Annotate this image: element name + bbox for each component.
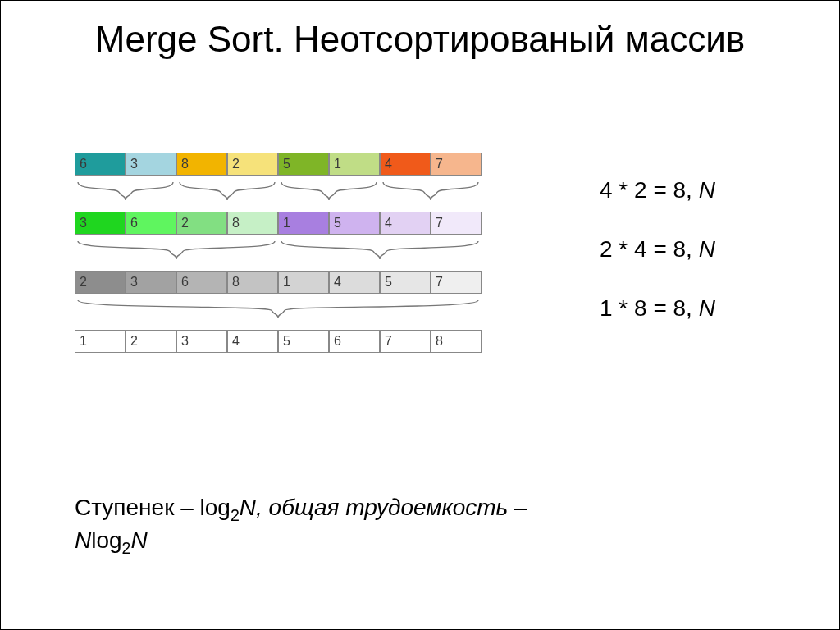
brace-row: 2 * 4 = 8, N — [75, 240, 764, 262]
complexity-text: Ступенек – log2N, общая трудоемкость – N… — [75, 493, 698, 559]
array-cell: 1 — [278, 212, 329, 235]
array-cell: 2 — [75, 271, 126, 294]
array-row-3: 12345678 — [75, 330, 764, 353]
brace-row: 1 * 8 = 8, N — [75, 299, 764, 322]
array-cell: 8 — [431, 330, 482, 353]
array-cell: 1 — [278, 271, 329, 294]
array-cell: 6 — [176, 271, 227, 294]
array-cell: 3 — [176, 330, 227, 353]
curly-brace-icon — [176, 180, 278, 203]
array-cell: 1 — [75, 330, 126, 353]
curly-brace-icon — [380, 180, 482, 203]
merge-sort-diagram: 638251474 * 2 = 8, N362815472 * 4 = 8, N… — [75, 153, 764, 358]
array-cell: 4 — [380, 212, 431, 235]
array-row-1: 36281547 — [75, 212, 764, 235]
array-cell: 6 — [329, 330, 380, 353]
array-cell: 8 — [227, 212, 278, 235]
curly-brace-icon — [278, 180, 380, 203]
curly-brace-icon — [75, 299, 482, 322]
array-cell: 7 — [431, 271, 482, 294]
curly-brace-icon — [278, 240, 482, 262]
array-cell: 2 — [227, 153, 278, 176]
array-cell: 3 — [75, 212, 126, 235]
array-cell: 8 — [227, 271, 278, 294]
curly-brace-icon — [75, 240, 278, 262]
array-cell: 2 — [176, 212, 227, 235]
array-cell: 3 — [126, 153, 176, 176]
curly-brace-icon — [75, 180, 176, 203]
array-cell: 5 — [329, 212, 380, 235]
array-cell: 8 — [176, 153, 227, 176]
array-cell: 5 — [278, 330, 329, 353]
array-cell: 6 — [75, 153, 126, 176]
page-title: Merge Sort. Неотсортированый массив — [1, 1, 839, 61]
array-cell: 7 — [431, 212, 482, 235]
array-cell: 2 — [126, 330, 176, 353]
array-cell: 5 — [278, 153, 329, 176]
array-cell: 7 — [431, 153, 482, 176]
step-annotation: 2 * 4 = 8, N — [600, 236, 715, 262]
array-cell: 7 — [380, 330, 431, 353]
array-cell: 4 — [329, 271, 380, 294]
array-row-0: 63825147 — [75, 153, 764, 176]
array-cell: 4 — [227, 330, 278, 353]
step-annotation: 1 * 8 = 8, N — [600, 295, 715, 322]
array-cell: 5 — [380, 271, 431, 294]
array-cell: 3 — [126, 271, 176, 294]
array-cell: 1 — [329, 153, 380, 176]
step-annotation: 4 * 2 = 8, N — [600, 177, 715, 203]
brace-row: 4 * 2 = 8, N — [75, 180, 764, 203]
array-cell: 6 — [126, 212, 176, 235]
array-row-2: 23681457 — [75, 271, 764, 294]
array-cell: 4 — [380, 153, 431, 176]
